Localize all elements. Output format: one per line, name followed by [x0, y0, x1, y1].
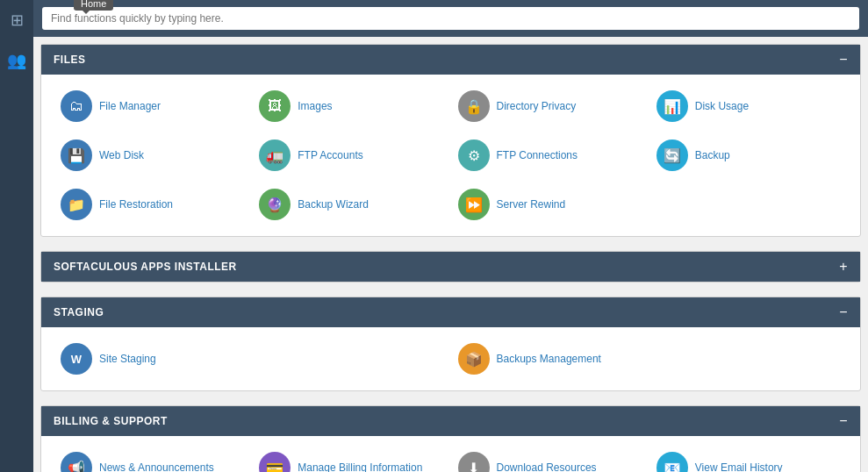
- softaculous-section: SOFTACULOUS APPS INSTALLER +: [40, 251, 861, 282]
- disk-usage-item[interactable]: 📊 Disk Usage: [649, 85, 848, 127]
- backup-wizard-label: Backup Wizard: [298, 198, 369, 211]
- images-icon: 🖼: [259, 90, 291, 122]
- site-staging-label: Site Staging: [99, 353, 156, 365]
- softaculous-header[interactable]: SOFTACULOUS APPS INSTALLER +: [41, 252, 860, 282]
- backup-item[interactable]: 🔄 Backup: [649, 134, 848, 176]
- billing-header[interactable]: BILLING & SUPPORT −: [41, 406, 860, 436]
- files-grid: 🗂 File Manager 🖼 Images 🔒 Directory Priv…: [54, 85, 848, 225]
- billing-grid: 📢 News & Announcements 💳 Manage Billing …: [54, 447, 848, 472]
- files-body: 🗂 File Manager 🖼 Images 🔒 Directory Priv…: [41, 75, 860, 236]
- home-tooltip: Home: [74, 0, 113, 11]
- billing-body: 📢 News & Announcements 💳 Manage Billing …: [41, 436, 860, 472]
- images-label: Images: [298, 100, 332, 112]
- download-resources-label: Download Resources: [497, 461, 597, 472]
- server-rewind-item[interactable]: ⏩ Server Rewind: [451, 183, 649, 225]
- file-manager-label: File Manager: [99, 100, 161, 112]
- staging-body: W Site Staging 📦 Backups Management: [41, 327, 860, 390]
- billing-toggle: −: [839, 413, 848, 429]
- directory-privacy-item[interactable]: 🔒 Directory Privacy: [451, 85, 649, 127]
- backup-wizard-item[interactable]: 🔮 Backup Wizard: [252, 183, 450, 225]
- file-manager-item[interactable]: 🗂 File Manager: [54, 85, 252, 127]
- softaculous-label: SOFTACULOUS APPS INSTALLER: [54, 261, 237, 273]
- ftp-accounts-label: FTP Accounts: [298, 149, 362, 161]
- ftp-accounts-icon: 🚛: [259, 139, 291, 171]
- images-item[interactable]: 🖼 Images: [252, 85, 450, 127]
- download-resources-item[interactable]: ⬇ Download Resources: [451, 447, 649, 472]
- ftp-accounts-item[interactable]: 🚛 FTP Accounts: [252, 134, 450, 176]
- backup-label: Backup: [695, 149, 730, 161]
- search-bar: Home: [33, 0, 868, 37]
- ftp-connections-item[interactable]: ⚙ FTP Connections: [451, 134, 649, 176]
- backup-icon: 🔄: [656, 139, 688, 171]
- staging-grid: W Site Staging 📦 Backups Management: [54, 338, 848, 380]
- manage-billing-label: Manage Billing Information: [298, 461, 422, 472]
- files-toggle: −: [839, 52, 848, 68]
- manage-billing-icon: 💳: [259, 452, 291, 472]
- site-staging-item[interactable]: W Site Staging: [54, 338, 451, 380]
- file-restoration-icon: 📁: [61, 189, 92, 220]
- download-resources-icon: ⬇: [458, 452, 490, 472]
- sidebar: ⊞ 👥: [0, 0, 33, 472]
- site-staging-icon: W: [61, 343, 92, 375]
- disk-usage-icon: 📊: [656, 90, 688, 122]
- files-header[interactable]: FILES −: [41, 45, 860, 75]
- staging-section: STAGING − W Site Staging 📦 Backups Manag…: [40, 297, 861, 391]
- manage-billing-item[interactable]: 💳 Manage Billing Information: [252, 447, 450, 472]
- backups-management-item[interactable]: 📦 Backups Management: [451, 338, 849, 380]
- billing-section: BILLING & SUPPORT − 📢 News & Announcemen…: [40, 405, 861, 472]
- server-rewind-icon: ⏩: [458, 189, 490, 220]
- backup-wizard-icon: 🔮: [259, 189, 291, 220]
- files-section: FILES − 🗂 File Manager 🖼 Images 🔒 Direct…: [40, 44, 861, 237]
- server-rewind-label: Server Rewind: [497, 198, 566, 211]
- search-input[interactable]: [42, 7, 859, 30]
- ftp-connections-label: FTP Connections: [497, 149, 578, 161]
- view-email-history-icon: 📧: [656, 452, 688, 472]
- backups-management-icon: 📦: [458, 343, 490, 375]
- softaculous-toggle: +: [839, 259, 848, 275]
- file-restoration-item[interactable]: 📁 File Restoration: [54, 183, 252, 225]
- view-email-history-item[interactable]: 📧 View Email History: [649, 447, 848, 472]
- file-manager-icon: 🗂: [61, 90, 92, 122]
- users-icon[interactable]: 👥: [4, 47, 30, 74]
- staging-label: STAGING: [54, 306, 104, 318]
- staging-toggle: −: [839, 304, 848, 320]
- backups-management-label: Backups Management: [497, 353, 601, 365]
- web-disk-item[interactable]: 💾 Web Disk: [54, 134, 252, 176]
- directory-privacy-label: Directory Privacy: [497, 100, 577, 112]
- web-disk-icon: 💾: [61, 139, 92, 171]
- staging-header[interactable]: STAGING −: [41, 297, 860, 327]
- files-label: FILES: [54, 54, 86, 66]
- disk-usage-label: Disk Usage: [695, 100, 749, 112]
- news-announcements-item[interactable]: 📢 News & Announcements: [54, 447, 252, 472]
- web-disk-label: Web Disk: [99, 149, 144, 161]
- ftp-connections-icon: ⚙: [458, 139, 490, 171]
- news-announcements-icon: 📢: [61, 452, 92, 472]
- grid-icon[interactable]: ⊞: [4, 7, 30, 33]
- file-restoration-label: File Restoration: [99, 198, 173, 211]
- main-content: Home FILES − 🗂 File Manager 🖼 Images 🔒: [33, 0, 868, 472]
- directory-privacy-icon: 🔒: [458, 90, 490, 122]
- empty-cell: [649, 183, 848, 225]
- view-email-history-label: View Email History: [695, 461, 783, 472]
- news-announcements-label: News & Announcements: [99, 461, 214, 472]
- billing-label: BILLING & SUPPORT: [54, 415, 168, 427]
